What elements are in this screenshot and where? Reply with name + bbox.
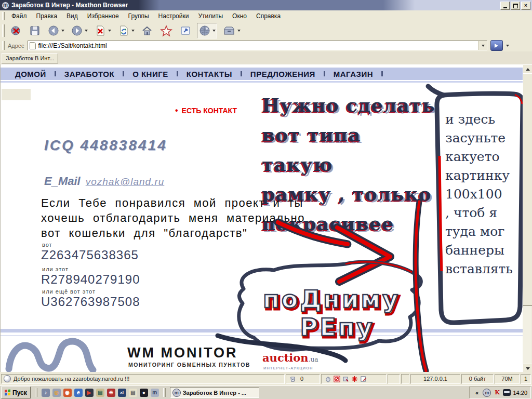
graffiti-red-shadow: поДниму	[264, 287, 402, 315]
back-icon	[47, 24, 60, 37]
graffiti-line1: поДниму	[263, 285, 400, 313]
resources-dropdown[interactable]	[237, 30, 241, 32]
save-button[interactable]	[28, 23, 42, 38]
maxthon-launch-icon[interactable]: m	[151, 389, 159, 397]
status-message-pane: Добро пожаловать на zzarobotay.narod.ru …	[1, 374, 285, 384]
icq-number: ICQ 448838414	[44, 137, 167, 154]
maxthon-tray-icon[interactable]: m	[483, 389, 491, 397]
nav-offers[interactable]: ПРЕДЛОЖЕНИЯ	[242, 70, 324, 78]
close-page-button[interactable]	[93, 23, 112, 38]
menu-utilities[interactable]: Утилиты	[193, 11, 228, 21]
page-content: ДОМОЙ ЗАРАБОТОК О КНИГЕ КОНТАКТЫ ПРЕДЛОЖ…	[0, 64, 523, 372]
home-button[interactable]	[140, 23, 154, 38]
resources-button[interactable]	[221, 23, 242, 38]
form-filler-icon[interactable]	[360, 376, 367, 382]
xl-app-icon[interactable]: xl	[118, 389, 126, 397]
scroll-up-button[interactable]	[523, 64, 532, 74]
scrollbar-thumb[interactable]	[523, 73, 532, 306]
menu-edit[interactable]: Правка	[32, 11, 62, 21]
refresh-dropdown[interactable]	[131, 30, 135, 32]
nav-shop[interactable]: МАГАЗИН	[325, 70, 381, 78]
world-icon	[198, 24, 211, 37]
flash-blocker-icon[interactable]	[351, 376, 358, 382]
menu-help[interactable]: Справка	[251, 11, 285, 21]
title-bar: m Заработок В Интер - Maxthon Browser ×	[0, 0, 532, 10]
auction-banner[interactable]: auction.ua	[262, 351, 318, 364]
annotation-line: вот типа такую	[262, 120, 438, 179]
nav-earnings[interactable]: ЗАРАБОТОК	[56, 70, 123, 78]
frame-note-line: , чтоб я	[445, 204, 521, 222]
kaspersky-tray-icon[interactable]: K	[493, 389, 501, 396]
save-icon	[29, 24, 41, 37]
agent-tray-icon[interactable]	[503, 389, 511, 396]
tab-active[interactable]: Заработок В Инт...	[2, 53, 58, 63]
task-button-maxthon[interactable]: m Заработок В Интер - ...	[170, 387, 259, 398]
back-button[interactable]	[46, 23, 65, 38]
nav-contacts[interactable]: КОНТАКТЫ	[178, 70, 241, 78]
menu-favorites[interactable]: Избранное	[83, 11, 124, 21]
toolbar-grip[interactable]	[2, 24, 5, 37]
browser-swirl-icon[interactable]: ◉	[63, 389, 72, 397]
close-page-dropdown[interactable]	[108, 30, 111, 32]
frame-note-line: вставлять	[445, 260, 521, 278]
toolbar-grip[interactable]	[2, 41, 5, 49]
cat-app-icon[interactable]: ●	[140, 389, 148, 397]
disc-burner-icon[interactable]: ◎	[52, 389, 61, 397]
music-player-icon[interactable]: ♪	[42, 389, 50, 397]
menu-window[interactable]: Окно	[228, 11, 251, 21]
media-player-icon[interactable]: ▶	[85, 389, 94, 397]
clock: 14:20	[513, 390, 527, 396]
traffic-value: 0 байт	[469, 376, 486, 382]
close-button[interactable]: ×	[521, 2, 530, 10]
folder-exchange-icon[interactable]: ▤	[96, 389, 104, 397]
frame-note-line: туда мог	[445, 222, 521, 241]
external-window-button[interactable]	[178, 23, 193, 38]
popup-filter-icon[interactable]	[342, 376, 349, 382]
taskbar-grip[interactable]	[35, 388, 37, 397]
ad-blocker-icon[interactable]	[334, 376, 340, 382]
wm-monitor-banner[interactable]: WM MONITOR	[127, 345, 237, 361]
stop-button[interactable]	[9, 23, 23, 38]
wallet-number-z: Z263475638365	[41, 248, 139, 262]
nav-home[interactable]: ДОМОЙ	[7, 70, 55, 78]
menu-file[interactable]: Файл	[7, 11, 32, 21]
taskbar-grip[interactable]	[163, 388, 166, 397]
chevron-up-icon	[526, 68, 530, 71]
tray-collapse-button[interactable]: «	[473, 389, 481, 396]
forward-dropdown[interactable]	[85, 30, 88, 32]
mouse-gesture-icon[interactable]	[325, 376, 331, 382]
world-dropdown[interactable]	[212, 30, 216, 32]
refresh-button[interactable]	[116, 23, 136, 38]
page-heading: • ЕСТЬ КОНТАКТ	[175, 106, 237, 115]
divider-line	[1, 335, 523, 336]
menu-view[interactable]: Вид	[62, 11, 83, 21]
address-dropdown[interactable]	[478, 41, 487, 50]
forward-button[interactable]	[70, 23, 89, 38]
favorites-button[interactable]	[158, 23, 174, 38]
internet-explorer-icon[interactable]: e	[74, 389, 83, 397]
wallet-label: вот	[42, 242, 52, 248]
go-dropdown[interactable]	[506, 45, 509, 47]
go-button[interactable]	[490, 40, 503, 51]
menu-groups[interactable]: Группы	[124, 11, 154, 21]
menu-settings[interactable]: Настройки	[154, 11, 194, 21]
restore-button[interactable]	[511, 2, 520, 10]
page-scrollbar[interactable]	[523, 64, 531, 372]
start-button[interactable]: Пуск	[1, 387, 31, 398]
paragraph-line: Если Тебе понравился мой проект и ты	[41, 195, 305, 210]
go-arrow-icon	[495, 44, 498, 48]
nav-about-book[interactable]: О КНИГЕ	[124, 70, 177, 78]
status-page-icon	[4, 375, 11, 382]
address-input[interactable]: file:///E:/Sait/kontakt.html	[28, 41, 487, 50]
minimize-button[interactable]	[500, 2, 510, 10]
scribble-app-icon[interactable]: ✳	[107, 389, 115, 397]
toolbar-grip[interactable]	[2, 12, 5, 20]
email-link[interactable]: vozhak@land.ru	[86, 176, 165, 188]
trash-pane[interactable]: 0	[286, 374, 320, 384]
back-dropdown[interactable]	[61, 30, 64, 32]
minimize-icon	[503, 4, 507, 8]
world-button[interactable]	[197, 23, 217, 38]
nav-underline	[1, 81, 523, 83]
status-empty-pane	[401, 374, 409, 384]
notepad-icon[interactable]: ▤	[129, 389, 137, 397]
